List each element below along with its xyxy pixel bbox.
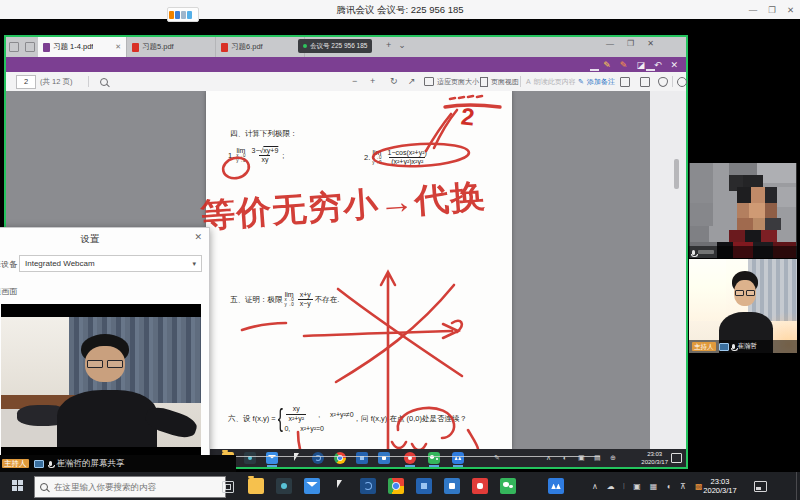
- meeting-app-icon[interactable]: [472, 478, 488, 494]
- fullscreen-icon[interactable]: ↗: [408, 72, 416, 91]
- maximize-icon[interactable]: ❐: [627, 39, 634, 48]
- mic-icon: [692, 250, 695, 255]
- close-icon[interactable]: ✕: [787, 5, 794, 15]
- photos-icon[interactable]: ▣: [633, 482, 641, 492]
- office-app-icon[interactable]: [444, 478, 460, 494]
- denominator: (x²+y²)x²y²: [389, 157, 425, 166]
- tab-close-icon[interactable]: ✕: [115, 43, 121, 51]
- network-icon[interactable]: ⊕: [610, 454, 616, 462]
- print-icon[interactable]: [620, 77, 630, 87]
- taskbar-clock[interactable]: 23:03 2020/3/17: [694, 478, 746, 495]
- window-nav-icon[interactable]: [25, 42, 35, 52]
- pdf-file-icon: [43, 43, 50, 52]
- ime-settings-icon[interactable]: [187, 11, 192, 19]
- wechat-icon[interactable]: [428, 452, 440, 464]
- wechat-icon[interactable]: [500, 478, 516, 494]
- zoom-out-icon[interactable]: −: [352, 72, 357, 91]
- speaker-muted-icon[interactable]: ◖: [666, 482, 671, 492]
- numerator: x+y: [298, 291, 313, 299]
- office-app-icon[interactable]: [416, 478, 432, 494]
- tencent-meeting-icon[interactable]: [548, 478, 564, 494]
- fit-page-button[interactable]: 适应页面大小: [424, 72, 479, 91]
- notification-center-icon[interactable]: [754, 481, 767, 492]
- page-number-input[interactable]: 2: [16, 75, 36, 89]
- page-view-button[interactable]: 页面视图: [480, 72, 519, 91]
- windows-start-icon[interactable]: [12, 480, 23, 491]
- host-badge: 主持人: [2, 459, 29, 468]
- office-app-icon[interactable]: [378, 452, 390, 464]
- screen-share-icon: [719, 343, 729, 351]
- new-tab-icon[interactable]: +: [386, 40, 391, 50]
- rotate-icon[interactable]: ↻: [390, 72, 398, 91]
- network-icon[interactable]: ⊼: [680, 482, 686, 492]
- lim-sub: y→0: [236, 159, 245, 164]
- notification-center-icon[interactable]: [671, 453, 682, 463]
- undo-icon[interactable]: ↶: [654, 60, 662, 70]
- pdf-tab-2[interactable]: 习题5.pdf: [127, 37, 216, 57]
- browser-icon[interactable]: [360, 478, 376, 494]
- tab-menu-icon[interactable]: ⌄: [398, 40, 406, 50]
- device-label: 选择设备: [0, 259, 17, 270]
- input-method-toolbar[interactable]: [167, 7, 199, 22]
- close-icon[interactable]: ✕: [194, 232, 202, 242]
- case-condition: x²+y²≠0: [330, 411, 354, 418]
- fit-page-label: 适应页面大小: [437, 77, 479, 87]
- denominator: xy: [259, 155, 270, 164]
- pin-toolbar-icon[interactable]: [677, 77, 687, 87]
- ime-logo-icon[interactable]: [169, 11, 174, 19]
- task-view-icon[interactable]: [222, 481, 234, 493]
- cloud-icon[interactable]: ☁: [607, 482, 615, 492]
- minimize-icon[interactable]: —: [749, 5, 758, 15]
- protect-icon[interactable]: [658, 77, 668, 87]
- participant-video-2[interactable]: 主持人 崔瀚哲: [689, 259, 797, 353]
- taskbar-search[interactable]: [34, 476, 226, 498]
- person-body: [57, 390, 157, 447]
- add-note-button[interactable]: ✎ 添加备注: [578, 72, 615, 91]
- close-icon[interactable]: ✕: [647, 39, 654, 48]
- tab-actions: + ⌄: [386, 40, 406, 50]
- cursor-app-icon[interactable]: [290, 452, 302, 464]
- minimize-icon[interactable]: —: [606, 39, 614, 48]
- zoom-in-icon[interactable]: +: [370, 72, 375, 91]
- participant-video-1[interactable]: [689, 163, 797, 258]
- ime-mode-icon[interactable]: [175, 11, 180, 19]
- glasses: [87, 360, 123, 368]
- mic-icon: [49, 461, 52, 466]
- mail-icon[interactable]: [266, 452, 278, 464]
- pen-icon[interactable]: ✎: [603, 60, 611, 70]
- ime-tool-icon[interactable]: [181, 11, 186, 19]
- chrome-icon[interactable]: [334, 452, 346, 464]
- maximize-icon[interactable]: ❐: [768, 5, 776, 15]
- tencent-meeting-icon[interactable]: [452, 452, 464, 464]
- chrome-icon[interactable]: [388, 478, 404, 494]
- close-annotation-icon[interactable]: ✕: [670, 60, 678, 70]
- office-app-icon[interactable]: [356, 452, 368, 464]
- file-explorer-icon[interactable]: [248, 478, 264, 494]
- question-6: 六、设 f(x,y) = { xyx²+y²,x²+y²≠0 0,x²+y²=0…: [228, 403, 467, 434]
- mail-icon[interactable]: [304, 478, 320, 494]
- pdf-tab-3[interactable]: 习题6.pdf: [216, 37, 305, 57]
- search-icon[interactable]: [100, 78, 108, 86]
- tab-label: 习题 1-4.pdf: [53, 42, 93, 52]
- shared-clock[interactable]: 23:03 2020/3/17: [641, 450, 668, 466]
- meeting-floating-widget[interactable]: 会议号 225 956 185: [298, 39, 372, 53]
- camera-icon[interactable]: ▦: [650, 482, 658, 492]
- camera-device-select[interactable]: Integrated Webcam ▾: [19, 255, 202, 272]
- browser-icon[interactable]: [312, 452, 324, 464]
- window-nav-icon[interactable]: [9, 42, 19, 52]
- tray-expand-icon[interactable]: ∧: [592, 482, 598, 492]
- save-icon[interactable]: [640, 77, 650, 87]
- pdf-tab-active[interactable]: 习题 1-4.pdf ✕: [38, 37, 127, 57]
- store-icon[interactable]: [244, 452, 256, 464]
- meeting-app-icon[interactable]: [404, 452, 416, 464]
- highlighter-icon[interactable]: ✎: [620, 60, 628, 70]
- scrollbar-thumb[interactable]: [674, 159, 679, 189]
- search-input[interactable]: [52, 481, 206, 493]
- read-aloud-button[interactable]: A 朗读此页内容: [526, 72, 576, 91]
- cursor-app-icon[interactable]: [332, 478, 348, 494]
- tab-label: 习题5.pdf: [142, 42, 174, 52]
- store-icon[interactable]: [276, 478, 292, 494]
- show-desktop-button[interactable]: [796, 472, 800, 500]
- eraser-icon[interactable]: ◪: [636, 60, 645, 70]
- participant-1-name: [698, 250, 714, 254]
